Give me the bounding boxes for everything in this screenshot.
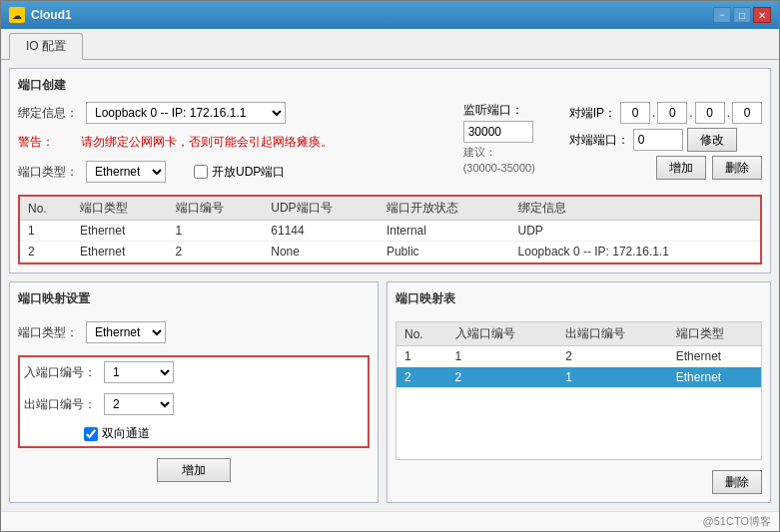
port-cell-udp: None bbox=[263, 242, 379, 263]
col-binding: 绑定信息 bbox=[510, 197, 760, 221]
port-cell-no: 2 bbox=[20, 242, 72, 263]
port-table-header: No. 端口类型 端口编号 UDP端口号 端口开放状态 绑定信息 bbox=[20, 197, 760, 221]
port-type-select[interactable]: Ethernet bbox=[86, 161, 166, 183]
port-cell-num: 2 bbox=[168, 242, 264, 263]
tab-io[interactable]: IO 配置 bbox=[9, 33, 83, 60]
list-item[interactable]: 112Ethernet bbox=[396, 346, 761, 367]
col-no: No. bbox=[20, 197, 72, 221]
out-port-select[interactable]: 1 2 bbox=[104, 393, 174, 415]
map-cell-type: Ethernet bbox=[668, 346, 761, 367]
footer: @51CTO博客 bbox=[1, 511, 779, 531]
mapping-table-section: 端口映射表 No. 入端口编号 出端口编号 端口类型 112Ether bbox=[387, 281, 771, 503]
delete-port-button[interactable]: 删除 bbox=[712, 156, 762, 180]
bidirectional-row: 双向通道 bbox=[84, 425, 364, 442]
map-col-out: 出端口编号 bbox=[557, 322, 668, 346]
peer-port-row: 对端端口： 修改 bbox=[569, 128, 762, 152]
port-table-wrapper: No. 端口类型 端口编号 UDP端口号 端口开放状态 绑定信息 1Ethern… bbox=[18, 195, 762, 265]
port-cell-binding: UDP bbox=[510, 221, 760, 242]
warning-label: 警告： bbox=[18, 134, 73, 151]
port-type-row: 端口类型： Ethernet 开放UDP端口 bbox=[18, 161, 447, 183]
port-cell-udp: 61144 bbox=[263, 221, 379, 242]
udp-label: 开放UDP端口 bbox=[212, 164, 285, 181]
map-cell-type: Ethernet bbox=[668, 367, 761, 388]
port-cell-num: 1 bbox=[168, 221, 264, 242]
peer-ip-2[interactable] bbox=[695, 102, 725, 124]
udp-checkbox[interactable] bbox=[194, 165, 208, 179]
maximize-button[interactable]: □ bbox=[733, 7, 751, 23]
peer-ip-1[interactable] bbox=[657, 102, 687, 124]
titlebar-left: ☁ Cloud1 bbox=[9, 7, 72, 23]
listen-label: 监听端口： bbox=[463, 102, 523, 119]
in-port-row: 入端口编号： 1 2 bbox=[24, 361, 364, 383]
window-icon: ☁ bbox=[9, 7, 25, 23]
out-port-label: 出端口编号： bbox=[24, 396, 96, 413]
list-item[interactable]: 221Ethernet bbox=[396, 367, 761, 388]
mapping-table-header: No. 入端口编号 出端口编号 端口类型 bbox=[396, 322, 761, 346]
peer-ip-row: 对端IP： . . . bbox=[569, 102, 762, 124]
window-title: Cloud1 bbox=[31, 8, 72, 22]
peer-ip-3[interactable] bbox=[732, 102, 762, 124]
binding-row: 绑定信息： Loopback 0 -- IP: 172.16.1.1 bbox=[18, 102, 447, 124]
mapping-table: No. 入端口编号 出端口编号 端口类型 112Ethernet221Ether… bbox=[396, 322, 761, 388]
table-row[interactable]: 1Ethernet161144InternalUDP bbox=[20, 221, 760, 242]
col-num: 端口编号 bbox=[168, 197, 264, 221]
map-cell-out: 1 bbox=[557, 367, 668, 388]
port-type-label: 端口类型： bbox=[18, 164, 78, 181]
titlebar: ☁ Cloud1 － □ ✕ bbox=[1, 1, 779, 29]
bidirectional-checkbox[interactable] bbox=[84, 427, 98, 441]
suggest-label: 建议： bbox=[463, 145, 553, 160]
map-col-no: No. bbox=[396, 322, 447, 346]
mapping-table-wrapper: No. 入端口编号 出端口编号 端口类型 112Ethernet221Ether… bbox=[395, 321, 762, 460]
bidirectional-label: 双向通道 bbox=[102, 425, 150, 442]
port-table: No. 端口类型 端口编号 UDP端口号 端口开放状态 绑定信息 1Ethern… bbox=[20, 197, 760, 263]
col-status: 端口开放状态 bbox=[379, 197, 510, 221]
table-row[interactable]: 2Ethernet2NonePublicLoopback 0 -- IP: 17… bbox=[20, 242, 760, 263]
listen-input[interactable] bbox=[463, 121, 533, 143]
warning-text: 请勿绑定公网网卡，否则可能会引起网络瘫痪。 bbox=[81, 134, 333, 151]
bottom-row: 端口映射设置 端口类型： Ethernet 入端口编号： 1 2 bbox=[9, 281, 771, 503]
in-port-select[interactable]: 1 2 bbox=[104, 361, 174, 383]
suggest-text: (30000-35000) bbox=[463, 162, 553, 174]
udp-checkbox-row: 开放UDP端口 bbox=[194, 164, 285, 181]
window-controls: － □ ✕ bbox=[713, 7, 771, 23]
warning-row: 警告： 请勿绑定公网网卡，否则可能会引起网络瘫痪。 bbox=[18, 134, 447, 151]
port-cell-status: Internal bbox=[379, 221, 510, 242]
map-col-type: 端口类型 bbox=[668, 322, 761, 346]
map-cell-no: 2 bbox=[396, 367, 447, 388]
peer-ip-0[interactable] bbox=[620, 102, 650, 124]
port-create-section: 端口创建 绑定信息： Loopback 0 -- IP: 172.16.1.1 … bbox=[9, 68, 771, 273]
delete-mapping-button[interactable]: 删除 bbox=[712, 470, 762, 494]
modify-button[interactable]: 修改 bbox=[687, 128, 737, 152]
close-button[interactable]: ✕ bbox=[753, 7, 771, 23]
mapping-settings-section: 端口映射设置 端口类型： Ethernet 入端口编号： 1 2 bbox=[9, 281, 379, 503]
map-type-row: 端口类型： Ethernet bbox=[18, 321, 370, 343]
port-cell-no: 1 bbox=[20, 221, 72, 242]
map-type-label: 端口类型： bbox=[18, 324, 78, 341]
port-create-title: 端口创建 bbox=[18, 77, 762, 94]
main-window: ☁ Cloud1 － □ ✕ IO 配置 端口创建 绑定信息： bbox=[0, 0, 780, 532]
binding-select[interactable]: Loopback 0 -- IP: 172.16.1.1 bbox=[86, 102, 286, 124]
in-port-label: 入端口编号： bbox=[24, 364, 96, 381]
peer-ip-group: . . . bbox=[620, 102, 762, 124]
peer-port-label: 对端端口： bbox=[569, 132, 629, 149]
map-cell-in: 2 bbox=[447, 367, 558, 388]
map-cell-no: 1 bbox=[396, 346, 447, 367]
add-mapping-button[interactable]: 增加 bbox=[157, 458, 231, 482]
add-port-button[interactable]: 增加 bbox=[656, 156, 706, 180]
port-num-group: 入端口编号： 1 2 出端口编号： 1 2 bbox=[18, 355, 370, 448]
binding-label: 绑定信息： bbox=[18, 105, 78, 122]
col-udp: UDP端口号 bbox=[263, 197, 379, 221]
out-port-row: 出端口编号： 1 2 bbox=[24, 393, 364, 415]
mapping-table-title: 端口映射表 bbox=[395, 290, 762, 307]
port-cell-status: Public bbox=[379, 242, 510, 263]
map-cell-out: 2 bbox=[557, 346, 668, 367]
main-content: 端口创建 绑定信息： Loopback 0 -- IP: 172.16.1.1 … bbox=[1, 60, 779, 511]
port-cell-type: Ethernet bbox=[72, 242, 168, 263]
mapping-settings-title: 端口映射设置 bbox=[18, 290, 370, 307]
peer-ip-label: 对端IP： bbox=[569, 105, 616, 122]
map-cell-in: 1 bbox=[447, 346, 558, 367]
peer-port-input[interactable] bbox=[633, 129, 683, 151]
map-type-select[interactable]: Ethernet bbox=[86, 321, 166, 343]
minimize-button[interactable]: － bbox=[713, 7, 731, 23]
col-type: 端口类型 bbox=[72, 197, 168, 221]
